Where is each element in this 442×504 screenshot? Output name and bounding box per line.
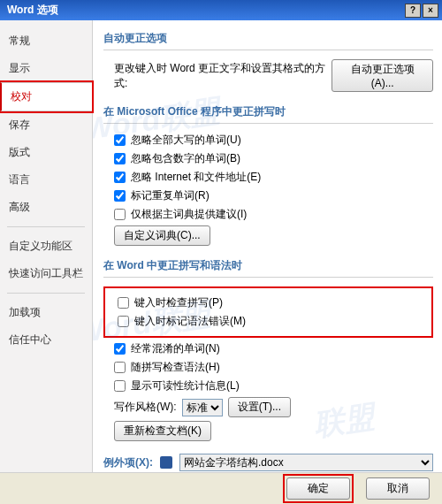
chk-grammar-with-spelling[interactable] <box>114 362 126 373</box>
sidebar-item-quick-access[interactable]: 快速访问工具栏 <box>0 260 92 287</box>
settings-button[interactable]: 设置(T)... <box>228 397 291 417</box>
sidebar-item-general[interactable]: 常规 <box>0 27 92 55</box>
sidebar-item-customize-ribbon[interactable]: 自定义功能区 <box>0 233 92 260</box>
sidebar-item-addins[interactable]: 加载项 <box>0 299 92 326</box>
dialog-footer: 确定 取消 <box>0 472 442 504</box>
content-panel: Word联盟 Word联盟 联盟 自动更正选项 更改键入时 Word 更正文字和… <box>93 20 442 472</box>
chk-readability-stats[interactable] <box>114 380 126 392</box>
writing-style-select[interactable]: 标准 <box>182 399 223 416</box>
chk-confused-words[interactable] <box>114 343 126 355</box>
sidebar-item-proofing[interactable]: 校对 <box>0 82 92 111</box>
sidebar-item-advanced[interactable]: 高级 <box>0 194 92 221</box>
sidebar-item-display[interactable]: 显示 <box>0 55 92 82</box>
section-grammar-title: 在 Word 中更正拼写和语法时 <box>103 258 433 278</box>
highlight-box-ok: 确定 <box>283 474 354 503</box>
lbl-confused-words: 经常混淆的单词(N) <box>131 341 220 356</box>
ok-button[interactable]: 确定 <box>286 477 350 500</box>
autocorrect-line: 更改键入时 Word 更正文字和设置其格式的方式: <box>114 61 326 91</box>
lbl-main-dict-only: 仅根据主词典提供建议(I) <box>131 207 247 222</box>
section-office-title: 在 Microsoft Office 程序中更正拼写时 <box>103 104 433 124</box>
sidebar-item-save[interactable]: 保存 <box>0 111 92 139</box>
chk-check-spelling-typing[interactable] <box>118 297 129 309</box>
lbl-check-spelling-typing: 键入时检查拼写(P) <box>134 295 223 310</box>
exceptions-label: 例外项(X): <box>103 455 153 470</box>
lbl-flag-repeated: 标记重复单词(R) <box>131 188 210 203</box>
chk-ignore-numbers[interactable] <box>114 153 126 164</box>
sidebar-item-language[interactable]: 语言 <box>0 166 92 194</box>
section-autocorrect-title: 自动更正选项 <box>103 31 433 50</box>
word-icon <box>160 456 172 469</box>
custom-dictionaries-button[interactable]: 自定义词典(C)... <box>114 225 210 246</box>
sidebar-item-trust-center[interactable]: 信任中心 <box>0 326 92 354</box>
chk-ignore-uppercase[interactable] <box>114 134 126 146</box>
cancel-button[interactable]: 取消 <box>366 477 430 500</box>
lbl-readability-stats: 显示可读性统计信息(L) <box>131 378 240 393</box>
sidebar-item-layout[interactable]: 版式 <box>0 139 92 166</box>
lbl-ignore-numbers: 忽略包含数字的单词(B) <box>131 151 240 166</box>
chk-mark-grammar-typing[interactable] <box>118 316 129 327</box>
window-title: Word 选项 <box>4 3 403 18</box>
section-exceptions-title: 例外项(X): 网站金字塔结构.docx <box>103 454 433 472</box>
close-button[interactable]: × <box>423 4 438 18</box>
chk-flag-repeated[interactable] <box>114 190 126 202</box>
autocorrect-options-button[interactable]: 自动更正选项(A)... <box>332 59 433 92</box>
lbl-mark-grammar-typing: 键入时标记语法错误(M) <box>134 314 246 329</box>
lbl-grammar-with-spelling: 随拼写检查语法(H) <box>131 360 220 375</box>
lbl-ignore-uppercase: 忽略全部大写的单词(U) <box>131 133 241 148</box>
exceptions-document-select[interactable]: 网站金字塔结构.docx <box>179 454 433 471</box>
writing-style-label: 写作风格(W): <box>114 400 177 415</box>
highlight-box-spellcheck: 键入时检查拼写(P) 键入时标记语法错误(M) <box>103 286 433 338</box>
help-button[interactable]: ? <box>405 4 421 18</box>
chk-ignore-internet[interactable] <box>114 172 126 183</box>
main-area: 常规 显示 校对 保存 版式 语言 高级 自定义功能区 快速访问工具栏 加载项 … <box>0 20 442 472</box>
title-bar: Word 选项 ? × <box>0 0 442 20</box>
recheck-document-button[interactable]: 重新检查文档(K) <box>114 421 211 441</box>
lbl-ignore-internet: 忽略 Internet 和文件地址(E) <box>131 170 261 185</box>
sidebar: 常规 显示 校对 保存 版式 语言 高级 自定义功能区 快速访问工具栏 加载项 … <box>0 20 93 472</box>
chk-main-dict-only[interactable] <box>114 209 126 220</box>
